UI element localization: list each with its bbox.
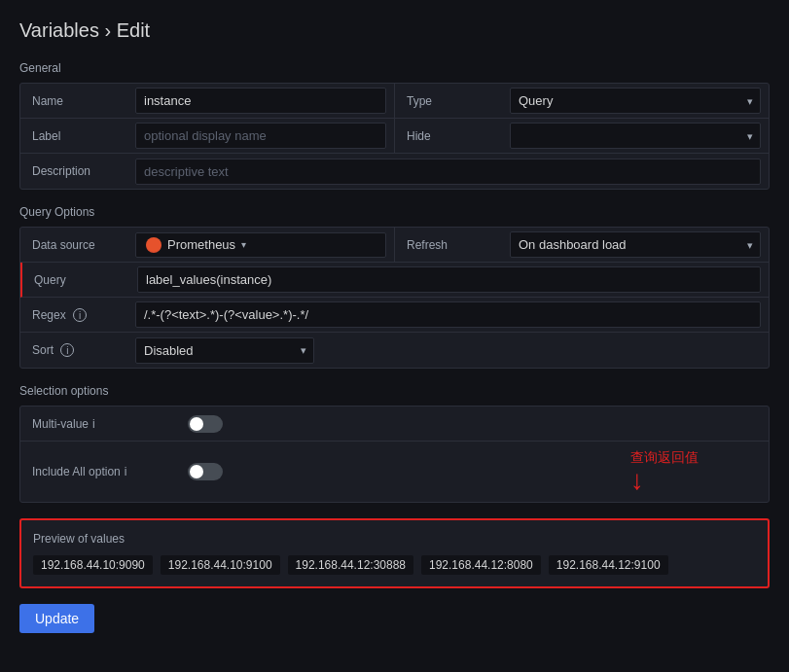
preview-section: Preview of values 192.168.44.10:9090 192… <box>19 518 770 588</box>
query-outer: Query 查询表达式 <box>20 263 769 298</box>
refresh-select[interactable]: On dashboard load On time range change <box>510 231 761 258</box>
refresh-field: On dashboard load On time range change <box>502 228 769 262</box>
preview-value-0: 192.168.44.10:9090 <box>33 555 153 575</box>
description-row: Description <box>20 154 769 189</box>
type-cell: Type Query Custom Textbox Constant Datas… <box>394 84 769 118</box>
multivalue-toggle[interactable] <box>188 415 223 433</box>
regex-label: Regex i <box>20 301 127 330</box>
datasource-refresh-row: Data source Prometheus ▾ Refresh On dash… <box>20 228 769 263</box>
description-field <box>127 155 769 189</box>
sort-row: Sort i Disabled Alphabetical (asc) Alpha… <box>20 333 769 368</box>
name-cell: Name <box>20 84 394 118</box>
query-row-label: Query <box>22 265 129 295</box>
datasource-name: Prometheus <box>167 237 235 252</box>
description-label: Description <box>20 157 127 186</box>
datasource-label: Data source <box>20 230 127 260</box>
sort-info-icon[interactable]: i <box>60 343 74 357</box>
include-all-info-icon[interactable]: i <box>125 465 127 478</box>
prometheus-icon <box>146 237 161 253</box>
description-input[interactable] <box>135 159 761 185</box>
selection-options-label: Selection options <box>19 384 770 398</box>
general-section: Name Type Query Custom Textbox Constant … <box>19 83 770 190</box>
preview-values: 192.168.44.10:9090 192.168.44.10:9100 19… <box>33 555 756 575</box>
include-all-row: Include All option i 查询返回值 ↓ <box>20 442 769 502</box>
return-annotation-container: 查询返回值 ↓ <box>630 449 699 494</box>
datasource-field: Prometheus ▾ <box>127 229 394 262</box>
refresh-cell: Refresh On dashboard load On time range … <box>394 228 769 262</box>
regex-info-icon[interactable]: i <box>73 308 87 322</box>
label-hide-row: Label Hide Variable Label <box>20 119 769 154</box>
query-field <box>129 263 769 297</box>
multivalue-info-icon[interactable]: i <box>92 417 95 431</box>
name-type-row: Name Type Query Custom Textbox Constant … <box>20 84 769 119</box>
include-all-label: Include All option i <box>32 465 188 478</box>
hide-cell: Hide Variable Label <box>394 119 769 153</box>
include-all-slider <box>188 463 223 480</box>
hide-field: Variable Label <box>502 119 769 153</box>
return-arrow-icon: ↓ <box>630 465 644 495</box>
query-input[interactable] <box>137 266 761 293</box>
regex-input[interactable] <box>135 301 761 328</box>
page-title: Variables › Edit <box>19 19 770 42</box>
query-options-section-label: Query Options <box>19 205 770 219</box>
name-label: Name <box>20 87 127 116</box>
type-field: Query Custom Textbox Constant Datasource… <box>502 84 769 118</box>
sort-select[interactable]: Disabled Alphabetical (asc) Alphabetical… <box>135 337 314 364</box>
multivalue-slider <box>188 415 223 433</box>
name-input[interactable] <box>135 88 386 114</box>
query-options-section: Data source Prometheus ▾ Refresh On dash… <box>19 227 770 369</box>
multivalue-row: Multi-value i <box>20 407 769 442</box>
regex-row: Regex i <box>20 298 769 333</box>
preview-value-1: 192.168.44.10:9100 <box>161 555 280 575</box>
label-field <box>127 119 394 153</box>
regex-field <box>127 298 769 332</box>
preview-value-4: 192.168.44.12:9100 <box>549 555 668 575</box>
type-select[interactable]: Query Custom Textbox Constant Datasource… <box>510 88 761 114</box>
type-select-wrapper: Query Custom Textbox Constant Datasource… <box>510 88 761 114</box>
preview-title: Preview of values <box>33 532 756 546</box>
type-label: Type <box>395 87 502 116</box>
datasource-badge[interactable]: Prometheus ▾ <box>135 232 386 258</box>
multivalue-label: Multi-value i <box>32 417 188 431</box>
include-all-toggle[interactable] <box>188 463 223 480</box>
datasource-chevron-icon: ▾ <box>241 239 246 250</box>
refresh-select-wrapper: On dashboard load On time range change <box>510 231 761 258</box>
sort-label: Sort i <box>20 336 127 365</box>
hide-select-wrapper: Variable Label <box>510 123 761 149</box>
label-label: Label <box>20 122 127 151</box>
preview-value-3: 192.168.44.12:8080 <box>421 555 541 575</box>
sort-select-wrapper: Disabled Alphabetical (asc) Alphabetical… <box>135 337 314 364</box>
selection-section: Multi-value i Include All option i 查询返回值… <box>19 406 770 503</box>
general-section-label: General <box>19 61 770 75</box>
label-input[interactable] <box>135 123 386 149</box>
return-annotation: 查询返回值 <box>630 449 699 465</box>
label-cell: Label <box>20 119 394 153</box>
hide-select[interactable]: Variable Label <box>510 123 761 149</box>
sort-field: Disabled Alphabetical (asc) Alphabetical… <box>127 334 322 368</box>
name-field <box>127 84 394 118</box>
preview-value-2: 192.168.44.12:30888 <box>288 555 413 575</box>
query-row: Query 查询表达式 <box>20 263 769 298</box>
refresh-label: Refresh <box>395 230 502 260</box>
hide-label: Hide <box>395 122 502 151</box>
datasource-cell: Data source Prometheus ▾ <box>20 228 394 262</box>
update-button[interactable]: Update <box>19 604 94 633</box>
